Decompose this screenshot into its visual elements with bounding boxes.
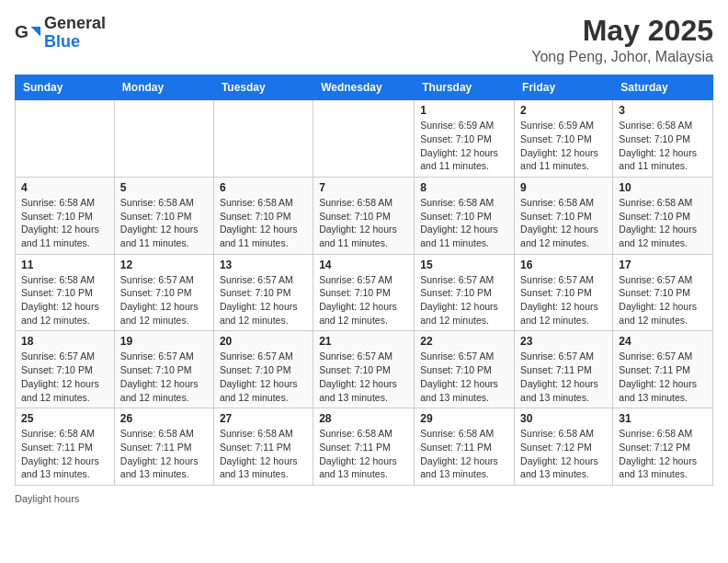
- logo: G General Blue: [15, 15, 106, 52]
- day-number: 25: [21, 412, 108, 425]
- day-number: 1: [420, 104, 508, 117]
- day-info: Sunrise: 6:57 AM Sunset: 7:10 PM Dayligh…: [420, 350, 508, 404]
- day-number: 26: [120, 412, 208, 425]
- svg-marker-1: [31, 27, 41, 37]
- day-number: 17: [619, 259, 707, 271]
- calendar-cell: 26Sunrise: 6:58 AM Sunset: 7:11 PM Dayli…: [114, 408, 213, 486]
- day-info: Sunrise: 6:59 AM Sunset: 7:10 PM Dayligh…: [520, 119, 607, 173]
- day-info: Sunrise: 6:57 AM Sunset: 7:10 PM Dayligh…: [220, 273, 307, 327]
- day-number: 4: [21, 181, 108, 194]
- day-info: Sunrise: 6:58 AM Sunset: 7:10 PM Dayligh…: [21, 273, 108, 327]
- day-number: 19: [120, 335, 208, 348]
- day-number: 16: [520, 259, 607, 271]
- day-number: 9: [520, 181, 607, 194]
- day-info: Sunrise: 6:58 AM Sunset: 7:11 PM Dayligh…: [120, 427, 208, 481]
- day-info: Sunrise: 6:58 AM Sunset: 7:10 PM Dayligh…: [220, 196, 307, 250]
- day-number: 15: [420, 259, 508, 271]
- calendar-cell: 10Sunrise: 6:58 AM Sunset: 7:10 PM Dayli…: [613, 177, 713, 254]
- calendar-cell: [16, 100, 115, 178]
- day-info: Sunrise: 6:57 AM Sunset: 7:10 PM Dayligh…: [220, 350, 307, 404]
- calendar-cell: 20Sunrise: 6:57 AM Sunset: 7:10 PM Dayli…: [213, 331, 313, 408]
- calendar-cell: 15Sunrise: 6:57 AM Sunset: 7:10 PM Dayli…: [415, 254, 515, 331]
- day-info: Sunrise: 6:57 AM Sunset: 7:10 PM Dayligh…: [520, 273, 607, 327]
- svg-text:G: G: [15, 22, 28, 41]
- day-number: 22: [420, 335, 508, 348]
- day-info: Sunrise: 6:58 AM Sunset: 7:11 PM Dayligh…: [220, 427, 307, 481]
- day-info: Sunrise: 6:58 AM Sunset: 7:11 PM Dayligh…: [420, 427, 508, 481]
- day-info: Sunrise: 6:58 AM Sunset: 7:10 PM Dayligh…: [120, 196, 208, 250]
- calendar-cell: 29Sunrise: 6:58 AM Sunset: 7:11 PM Dayli…: [415, 408, 515, 486]
- day-number: 28: [319, 412, 408, 425]
- calendar-cell: 25Sunrise: 6:58 AM Sunset: 7:11 PM Dayli…: [16, 408, 115, 486]
- day-number: 12: [120, 259, 208, 271]
- day-number: 13: [220, 259, 307, 271]
- col-friday: Friday: [515, 75, 613, 100]
- day-info: Sunrise: 6:57 AM Sunset: 7:10 PM Dayligh…: [120, 273, 208, 327]
- day-number: 8: [420, 181, 508, 194]
- calendar-cell: 28Sunrise: 6:58 AM Sunset: 7:11 PM Dayli…: [313, 408, 415, 486]
- calendar-cell: 12Sunrise: 6:57 AM Sunset: 7:10 PM Dayli…: [114, 254, 213, 331]
- calendar-cell: 4Sunrise: 6:58 AM Sunset: 7:10 PM Daylig…: [16, 177, 115, 254]
- logo-general: General: [44, 14, 106, 32]
- calendar-cell: 16Sunrise: 6:57 AM Sunset: 7:10 PM Dayli…: [515, 254, 613, 331]
- day-number: 5: [120, 181, 208, 194]
- day-info: Sunrise: 6:58 AM Sunset: 7:10 PM Dayligh…: [619, 119, 707, 173]
- calendar-cell: 19Sunrise: 6:57 AM Sunset: 7:10 PM Dayli…: [114, 331, 213, 408]
- col-monday: Monday: [114, 75, 213, 100]
- day-number: 27: [220, 412, 307, 425]
- logo-icon: G: [15, 20, 40, 46]
- day-info: Sunrise: 6:58 AM Sunset: 7:11 PM Dayligh…: [21, 427, 108, 481]
- footer-note: Daylight hours: [15, 493, 713, 504]
- day-number: 10: [619, 181, 707, 194]
- week-row-4: 18Sunrise: 6:57 AM Sunset: 7:10 PM Dayli…: [16, 331, 713, 408]
- day-number: 18: [21, 335, 108, 348]
- calendar-cell: 21Sunrise: 6:57 AM Sunset: 7:10 PM Dayli…: [313, 331, 415, 408]
- calendar-cell: 24Sunrise: 6:57 AM Sunset: 7:11 PM Dayli…: [613, 331, 713, 408]
- day-number: 20: [220, 335, 307, 348]
- calendar-cell: 14Sunrise: 6:57 AM Sunset: 7:10 PM Dayli…: [313, 254, 415, 331]
- day-number: 30: [520, 412, 607, 425]
- day-number: 11: [21, 259, 108, 271]
- col-tuesday: Tuesday: [213, 75, 313, 100]
- calendar-cell: 31Sunrise: 6:58 AM Sunset: 7:12 PM Dayli…: [613, 408, 713, 486]
- day-number: 24: [619, 335, 707, 348]
- calendar-cell: 18Sunrise: 6:57 AM Sunset: 7:10 PM Dayli…: [16, 331, 115, 408]
- logo-text: General Blue: [44, 15, 106, 52]
- day-number: 14: [319, 259, 408, 271]
- day-number: 2: [520, 104, 607, 117]
- calendar-cell: 8Sunrise: 6:58 AM Sunset: 7:10 PM Daylig…: [415, 177, 515, 254]
- calendar-cell: [213, 100, 313, 178]
- calendar-cell: 5Sunrise: 6:58 AM Sunset: 7:10 PM Daylig…: [114, 177, 213, 254]
- calendar-cell: 17Sunrise: 6:57 AM Sunset: 7:10 PM Dayli…: [613, 254, 713, 331]
- day-info: Sunrise: 6:57 AM Sunset: 7:10 PM Dayligh…: [319, 273, 408, 327]
- col-sunday: Sunday: [16, 75, 115, 100]
- title-block: May 2025 Yong Peng, Johor, Malaysia: [531, 15, 713, 65]
- calendar-cell: [114, 100, 213, 178]
- calendar-cell: 7Sunrise: 6:58 AM Sunset: 7:10 PM Daylig…: [313, 177, 415, 254]
- day-info: Sunrise: 6:58 AM Sunset: 7:12 PM Dayligh…: [619, 427, 707, 481]
- calendar-cell: 2Sunrise: 6:59 AM Sunset: 7:10 PM Daylig…: [515, 100, 613, 178]
- calendar-cell: 30Sunrise: 6:58 AM Sunset: 7:12 PM Dayli…: [515, 408, 613, 486]
- calendar-cell: 27Sunrise: 6:58 AM Sunset: 7:11 PM Dayli…: [213, 408, 313, 486]
- week-row-1: 1Sunrise: 6:59 AM Sunset: 7:10 PM Daylig…: [16, 100, 713, 178]
- day-number: 7: [319, 181, 408, 194]
- day-number: 31: [619, 412, 707, 425]
- location: Yong Peng, Johor, Malaysia: [531, 49, 713, 65]
- day-info: Sunrise: 6:59 AM Sunset: 7:10 PM Dayligh…: [420, 119, 508, 173]
- day-info: Sunrise: 6:57 AM Sunset: 7:10 PM Dayligh…: [21, 350, 108, 404]
- week-row-2: 4Sunrise: 6:58 AM Sunset: 7:10 PM Daylig…: [16, 177, 713, 254]
- calendar-cell: 1Sunrise: 6:59 AM Sunset: 7:10 PM Daylig…: [415, 100, 515, 178]
- calendar-cell: 3Sunrise: 6:58 AM Sunset: 7:10 PM Daylig…: [613, 100, 713, 178]
- calendar-table: Sunday Monday Tuesday Wednesday Thursday…: [15, 75, 713, 486]
- calendar-header-row: Sunday Monday Tuesday Wednesday Thursday…: [16, 75, 713, 100]
- calendar-cell: 23Sunrise: 6:57 AM Sunset: 7:11 PM Dayli…: [515, 331, 613, 408]
- day-info: Sunrise: 6:57 AM Sunset: 7:11 PM Dayligh…: [619, 350, 707, 404]
- month-year: May 2025: [531, 15, 713, 47]
- week-row-5: 25Sunrise: 6:58 AM Sunset: 7:11 PM Dayli…: [16, 408, 713, 486]
- day-info: Sunrise: 6:58 AM Sunset: 7:10 PM Dayligh…: [21, 196, 108, 250]
- day-number: 21: [319, 335, 408, 348]
- col-thursday: Thursday: [415, 75, 515, 100]
- day-info: Sunrise: 6:57 AM Sunset: 7:11 PM Dayligh…: [520, 350, 607, 404]
- day-info: Sunrise: 6:58 AM Sunset: 7:10 PM Dayligh…: [619, 196, 707, 250]
- header: G General Blue May 2025 Yong Peng, Johor…: [15, 15, 713, 65]
